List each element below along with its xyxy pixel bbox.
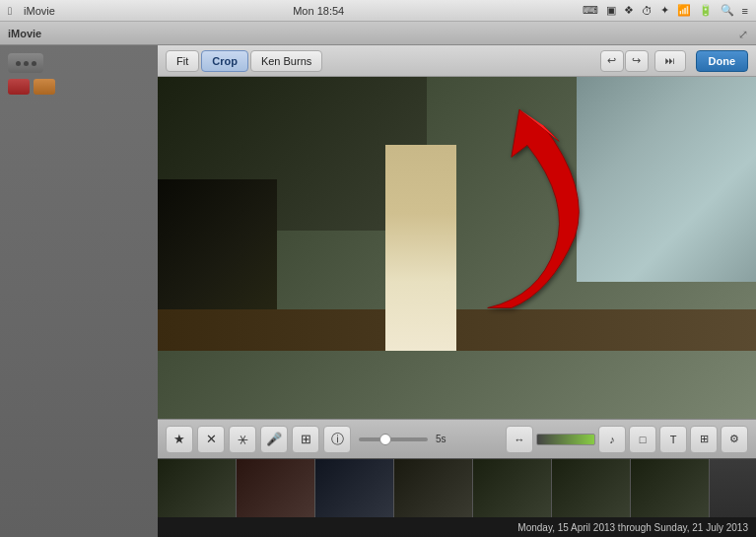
film-cell-5[interactable]	[473, 459, 552, 517]
favorites-button[interactable]: ★	[166, 426, 193, 453]
app-menu-label[interactable]: iMovie	[24, 5, 55, 17]
volume-slider[interactable]	[536, 434, 595, 445]
right-toolbar: ↔ ♪ □ T ⊞ ⚙	[506, 426, 748, 453]
main-content: Fit Crop Ken Burns ↩ ↪ ⏭ Done	[0, 45, 756, 537]
film-cell-1[interactable]	[158, 459, 237, 517]
crop-tool-button[interactable]: ⊞	[292, 426, 319, 453]
film-cell-3[interactable]	[315, 459, 394, 517]
wifi-icon: 📶	[677, 4, 691, 17]
undo-button[interactable]: ↩	[600, 50, 624, 72]
crop-button[interactable]: Crop	[201, 50, 248, 72]
menu-bar-left:  iMovie	[8, 5, 55, 17]
app-window: iMovie ⤢ Fit Crop Ken Burns	[0, 22, 756, 537]
audio-waveform-button[interactable]: ↔	[506, 426, 533, 453]
menu-bar-right: ⌨ ▣ ❖ ⏱ ✦ 📶 🔋 🔍 ≡	[583, 4, 748, 17]
dot-2	[24, 61, 29, 66]
reject-button[interactable]: ✕	[197, 426, 225, 453]
film-cell-4[interactable]	[394, 459, 473, 517]
counter-area	[158, 309, 756, 351]
list-icon[interactable]: ≡	[742, 5, 748, 17]
film-cell-2[interactable]	[237, 459, 315, 517]
menu-bar:  iMovie Mon 18:54 ⌨ ▣ ❖ ⏱ ✦ 📶 🔋 🔍 ≡	[0, 0, 756, 22]
ken-burns-button[interactable]: Ken Burns	[250, 50, 322, 72]
settings-button[interactable]: ⚙	[721, 426, 748, 453]
sidebar-icon-star[interactable]	[34, 79, 55, 95]
bluetooth-icon: ✦	[660, 4, 669, 17]
screen-icon: ▣	[606, 4, 616, 17]
battery-icon: 🔋	[699, 4, 713, 17]
text-button[interactable]: T	[659, 426, 687, 453]
key-button[interactable]: ⚹	[229, 426, 256, 453]
slider-thumb[interactable]	[379, 434, 391, 445]
film-cell-6[interactable]	[552, 459, 631, 517]
done-button[interactable]: Done	[696, 50, 749, 72]
time-display: 5s	[436, 434, 447, 444]
film-cell-7[interactable]	[631, 459, 710, 517]
redo-button[interactable]: ↪	[625, 50, 649, 72]
play-to-end-button[interactable]: ⏭	[654, 50, 686, 72]
info-button[interactable]: ⓘ	[323, 426, 351, 453]
person-silhouette	[385, 145, 457, 350]
music-note-button[interactable]: ♪	[598, 426, 626, 453]
dot-3	[32, 61, 36, 66]
slider-track[interactable]	[359, 437, 428, 441]
viewer-area: Fit Crop Ken Burns ↩ ↪ ⏭ Done	[158, 45, 756, 537]
crop-toolbar: Fit Crop Ken Burns ↩ ↪ ⏭ Done	[158, 45, 756, 77]
menu-bar-center: Mon 18:54	[293, 5, 344, 17]
sidebar-icon-film[interactable]	[8, 79, 30, 95]
app-title: iMovie	[8, 28, 41, 39]
search-icon[interactable]: 🔍	[721, 4, 734, 17]
dropbox-icon: ❖	[624, 4, 634, 17]
date-bar: Monday, 15 April 2013 through Sunday, 21…	[158, 517, 756, 537]
bottom-toolbar: ★ ✕ ⚹ 🎤 ⊞ ⓘ 5s ↔ ♪	[158, 419, 756, 458]
title-bar: iMovie ⤢	[0, 22, 756, 45]
sidebar	[0, 45, 158, 537]
sidebar-dots[interactable]	[8, 53, 43, 73]
timeline-slider[interactable]	[359, 437, 428, 441]
date-range-label: Monday, 15 April 2013 through Sunday, 21…	[517, 522, 748, 533]
resize-icon[interactable]: ⤢	[738, 28, 748, 41]
filmstrip-row	[158, 459, 756, 517]
picture-button[interactable]: □	[629, 426, 656, 453]
dot-1	[16, 61, 21, 66]
video-frame	[158, 77, 756, 419]
keyboard-icon: ⌨	[583, 4, 598, 17]
filmstrip-area: Monday, 15 April 2013 through Sunday, 21…	[158, 458, 756, 537]
volume-track[interactable]	[536, 434, 595, 445]
sidebar-icon-row	[8, 79, 55, 95]
audio-button[interactable]: 🎤	[260, 426, 288, 453]
fit-button[interactable]: Fit	[166, 50, 199, 72]
transition-button[interactable]: ⊞	[690, 426, 718, 453]
window-area	[577, 77, 756, 282]
undo-group: ↩ ↪	[600, 50, 649, 72]
window-controls[interactable]: ⤢	[738, 25, 748, 42]
time-icon: ⏱	[642, 5, 653, 17]
menu-time: Mon 18:54	[293, 5, 344, 17]
apple-menu[interactable]: 	[8, 5, 12, 17]
kitchen-scene	[158, 77, 756, 419]
